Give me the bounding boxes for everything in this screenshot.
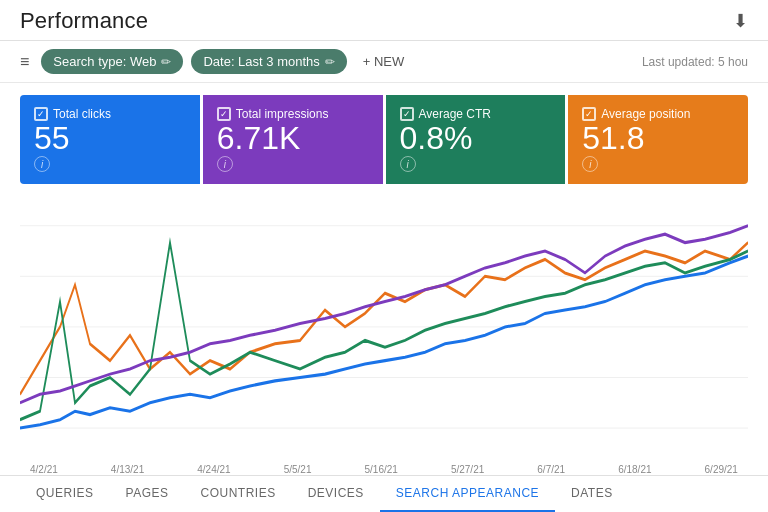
metric-header-impressions: ✓ Total impressions — [217, 107, 369, 121]
metric-value-clicks: 55 — [34, 121, 186, 156]
info-icon-position: i — [582, 156, 598, 172]
metric-value-impressions: 6.71K — [217, 121, 369, 156]
chart-area — [20, 192, 748, 462]
toolbar: ≡ Search type: Web ✏ Date: Last 3 months… — [0, 41, 768, 83]
date-chip[interactable]: Date: Last 3 months ✏ — [191, 49, 346, 74]
chart-svg — [20, 192, 748, 462]
x-label-6: 5/27/21 — [451, 464, 484, 475]
checkbox-ctr: ✓ — [400, 107, 414, 121]
checkbox-clicks: ✓ — [34, 107, 48, 121]
x-label-3: 4/24/21 — [197, 464, 230, 475]
metric-label-ctr: Average CTR — [419, 107, 491, 121]
metric-label-clicks: Total clicks — [53, 107, 111, 121]
line-ctr — [20, 243, 748, 420]
info-icon-ctr: i — [400, 156, 416, 172]
metric-value-ctr: 0.8% — [400, 121, 552, 156]
x-label-8: 6/18/21 — [618, 464, 651, 475]
x-label-1: 4/2/21 — [30, 464, 58, 475]
last-updated-text: Last updated: 5 hou — [642, 55, 748, 69]
line-impressions — [20, 256, 748, 428]
edit-icon-date: ✏ — [325, 55, 335, 69]
header: Performance ⬇ — [0, 0, 768, 41]
metric-total-impressions[interactable]: ✓ Total impressions 6.71K i — [203, 95, 383, 184]
line-clicks — [20, 243, 748, 395]
checkbox-position: ✓ — [582, 107, 596, 121]
new-button[interactable]: + NEW — [355, 49, 413, 74]
metric-value-position: 51.8 — [582, 121, 734, 156]
date-label: Date: Last 3 months — [203, 54, 319, 69]
metric-footer-position: i — [582, 156, 734, 172]
checkbox-impressions: ✓ — [217, 107, 231, 121]
metric-average-ctr[interactable]: ✓ Average CTR 0.8% i — [386, 95, 566, 184]
metric-header-ctr: ✓ Average CTR — [400, 107, 552, 121]
info-icon-impressions: i — [217, 156, 233, 172]
metric-average-position[interactable]: ✓ Average position 51.8 i — [568, 95, 748, 184]
metric-footer-impressions: i — [217, 156, 369, 172]
page-title: Performance — [20, 8, 148, 34]
search-type-chip[interactable]: Search type: Web ✏ — [41, 49, 183, 74]
tab-queries[interactable]: QUERIES — [20, 476, 110, 512]
tab-countries[interactable]: COUNTRIES — [184, 476, 291, 512]
tab-pages[interactable]: PAGES — [110, 476, 185, 512]
metric-header-position: ✓ Average position — [582, 107, 734, 121]
search-type-label: Search type: Web — [53, 54, 156, 69]
metric-footer-clicks: i — [34, 156, 186, 172]
x-axis-labels: 4/2/21 4/13/21 4/24/21 5/5/21 5/16/21 5/… — [20, 462, 748, 475]
metric-label-impressions: Total impressions — [236, 107, 329, 121]
tabs-row: QUERIES PAGES COUNTRIES DEVICES SEARCH A… — [0, 475, 768, 512]
metric-header-clicks: ✓ Total clicks — [34, 107, 186, 121]
tab-dates[interactable]: DATES — [555, 476, 629, 512]
page-container: Performance ⬇ ≡ Search type: Web ✏ Date:… — [0, 0, 768, 512]
x-label-9: 6/29/21 — [705, 464, 738, 475]
x-label-7: 6/7/21 — [537, 464, 565, 475]
metric-footer-ctr: i — [400, 156, 552, 172]
metrics-row: ✓ Total clicks 55 i ✓ Total impressions … — [20, 95, 748, 184]
x-label-2: 4/13/21 — [111, 464, 144, 475]
info-icon-clicks: i — [34, 156, 50, 172]
tab-devices[interactable]: DEVICES — [292, 476, 380, 512]
metric-total-clicks[interactable]: ✓ Total clicks 55 i — [20, 95, 200, 184]
tab-search-appearance[interactable]: SEARCH APPEARANCE — [380, 476, 555, 512]
download-icon[interactable]: ⬇ — [733, 10, 748, 32]
x-label-4: 5/5/21 — [284, 464, 312, 475]
edit-icon: ✏ — [161, 55, 171, 69]
filter-icon[interactable]: ≡ — [20, 53, 29, 71]
x-label-5: 5/16/21 — [365, 464, 398, 475]
metric-label-position: Average position — [601, 107, 690, 121]
